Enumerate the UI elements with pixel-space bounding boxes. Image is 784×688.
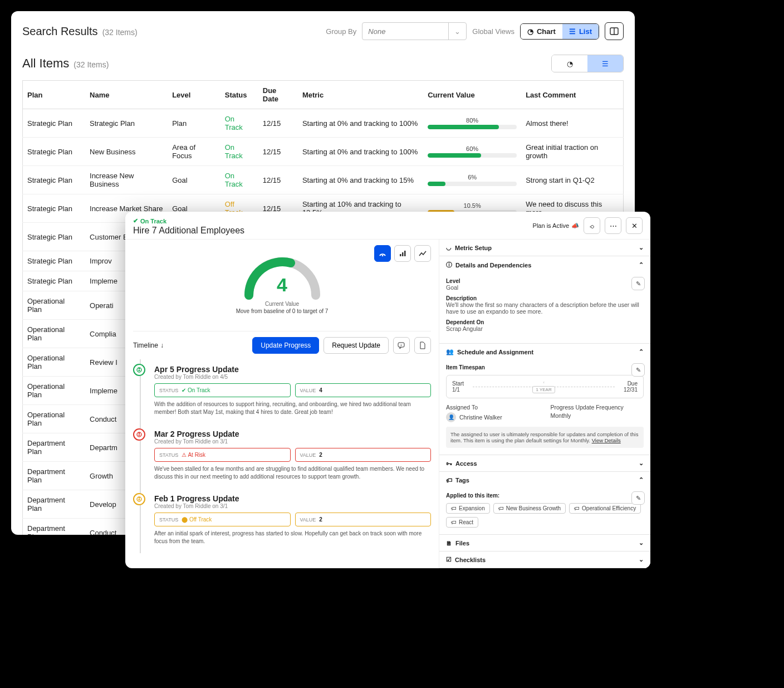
item-drawer: ✔ On Track Hire 7 Additional Employees P… (125, 212, 650, 568)
edit-details-button[interactable]: ✎ (631, 277, 645, 290)
columns-icon (610, 27, 619, 36)
edit-schedule-button[interactable]: ✎ (631, 363, 645, 377)
close-button[interactable]: ✕ (626, 217, 643, 234)
timeline-note: After an initial spark of interest, prog… (154, 530, 431, 545)
tag[interactable]: 🏷Expansion (446, 503, 490, 514)
progress-bar: 6% (428, 174, 517, 186)
chevron-down-icon: ⌄ (639, 539, 644, 547)
gauge-value: 4 (238, 274, 327, 296)
svg-point-2 (382, 255, 384, 257)
timeline-dot (133, 364, 145, 376)
chevron-down-icon: ⌄ (639, 460, 644, 467)
mini-chart-button[interactable]: ◔ (552, 55, 587, 72)
group-by-value: None (368, 27, 385, 36)
section-header: All Items (32 Items) ◔ ☰ (11, 47, 635, 80)
svg-point-11 (139, 433, 140, 435)
checklists-section[interactable]: ☑Checklists ⌄ (439, 552, 650, 568)
close-icon: ✕ (631, 222, 638, 230)
column-header[interactable]: Due Date (258, 81, 298, 109)
column-header[interactable]: Name (85, 81, 168, 109)
section-title: All Items (22, 56, 69, 71)
progress-bar: 80% (428, 117, 517, 129)
section-count: (32 Items) (74, 60, 109, 69)
checklist-icon: ☑ (446, 556, 452, 563)
timeline: Apr 5 Progress UpdateCreated by Tom Ridd… (133, 359, 431, 553)
page-count: (32 Items) (102, 28, 138, 37)
lock-icon: 🗝 (446, 460, 452, 467)
view-details-link[interactable]: View Details (592, 437, 621, 443)
group-by-select[interactable]: None ⌄ (362, 22, 467, 40)
avatar: 👤 (446, 412, 456, 422)
status-badge: ✔ On Track (133, 217, 244, 225)
table-row[interactable]: Strategic PlanNew BusinessArea of FocusO… (23, 138, 624, 166)
schedule-section[interactable]: 👥Schedule and Assignment ⌃ (439, 344, 650, 360)
table-row[interactable]: Strategic PlanIncrease New BusinessGoalO… (23, 166, 624, 194)
tag[interactable]: 🏷React (446, 517, 478, 528)
files-section[interactable]: 🗎Files ⌄ (439, 535, 650, 551)
timeline-note: We've been stalled for a few months and … (154, 465, 431, 481)
svg-point-13 (139, 497, 140, 499)
table-row[interactable]: Strategic PlanStrategic PlanPlanOn Track… (23, 109, 624, 138)
gauge-view-button[interactable] (374, 245, 391, 262)
more-button[interactable]: ⋯ (605, 217, 621, 234)
list-icon: ☰ (602, 60, 609, 68)
item-timespan: Start1/1 ‹ 1 YEAR Due12/31 (446, 375, 644, 398)
page-title: Search Results (22, 25, 98, 38)
tag-icon: 🏷 (451, 505, 457, 511)
add-comment-button[interactable]: + (393, 337, 410, 354)
mini-list-button[interactable]: ☰ (587, 55, 623, 72)
svg-rect-5 (404, 251, 406, 256)
request-update-button[interactable]: Request Update (324, 337, 389, 354)
megaphone-icon: 📣 (571, 222, 579, 230)
value-box: VALUE 2 (295, 513, 432, 526)
pie-chart-icon: ◔ (527, 27, 533, 36)
pie-chart-icon: ◔ (567, 60, 573, 68)
panel-layout-button[interactable] (605, 22, 624, 40)
gauge-icon: ◡ (446, 244, 452, 251)
column-header[interactable]: Level (168, 81, 220, 109)
check-circle-icon: ✔ (133, 217, 138, 225)
tag-icon: 🏷 (446, 477, 452, 484)
export-button[interactable] (414, 337, 431, 354)
pencil-icon: ✎ (636, 280, 641, 287)
metric-setup-section[interactable]: ◡Metric Setup ⌄ (439, 240, 650, 256)
column-header[interactable]: Last Comment (521, 81, 623, 109)
edit-tags-button[interactable]: ✎ (631, 491, 645, 505)
update-frequency: Monthly (551, 412, 644, 419)
pencil-icon: ✎ (636, 367, 641, 373)
list-view-button[interactable]: ☰ List (562, 24, 599, 39)
access-section[interactable]: 🗝Access ⌄ (439, 455, 650, 471)
tag[interactable]: 🏷Operational Efficiency (569, 503, 641, 514)
tags-section[interactable]: 🏷Tags ⌃ (439, 472, 650, 488)
more-icon: ⋯ (610, 222, 617, 230)
mini-view-toggle: ◔ ☰ (551, 55, 624, 72)
line-view-button[interactable] (414, 245, 431, 262)
gauge-label: Current Value (133, 301, 431, 307)
gauge-subtext: Move from baseline of 0 to target of 7 (133, 308, 431, 314)
timeline-title: Feb 1 Progress Update (154, 494, 431, 503)
svg-rect-3 (400, 254, 401, 256)
bar-view-button[interactable] (394, 245, 411, 262)
svg-text:+: + (400, 343, 403, 347)
details-section[interactable]: ⓘDetails and Dependencies ⌃ (439, 256, 650, 274)
view-toggle: ◔ Chart ☰ List (520, 23, 599, 40)
chart-view-button[interactable]: ◔ Chart (521, 24, 562, 39)
timeline-sort[interactable]: Timeline ↓ (133, 341, 164, 349)
chevron-down-icon: ⌄ (639, 244, 644, 251)
page-header: Search Results (32 Items) Group By None … (11, 22, 635, 47)
tag-icon: 🏷 (574, 505, 580, 511)
chevron-up-icon: ⌃ (639, 348, 644, 355)
column-header[interactable]: Plan (23, 81, 86, 109)
share-button[interactable]: ⪦ (584, 217, 600, 234)
column-header[interactable]: Status (220, 81, 258, 109)
update-progress-button[interactable]: Update Progress (252, 337, 319, 354)
share-icon: ⪦ (589, 222, 596, 230)
timeline-subtitle: Created by Tom Riddle on 4/5 (154, 374, 431, 380)
column-header[interactable]: Current Value (423, 81, 521, 109)
column-header[interactable]: Metric (298, 81, 423, 109)
tag[interactable]: 🏷New Business Growth (493, 503, 566, 514)
progress-gauge: 4 (238, 251, 327, 301)
comment-plus-icon: + (398, 341, 405, 349)
timeline-item: Apr 5 Progress UpdateCreated by Tom Ridd… (149, 359, 431, 424)
list-icon: ☰ (569, 27, 576, 36)
